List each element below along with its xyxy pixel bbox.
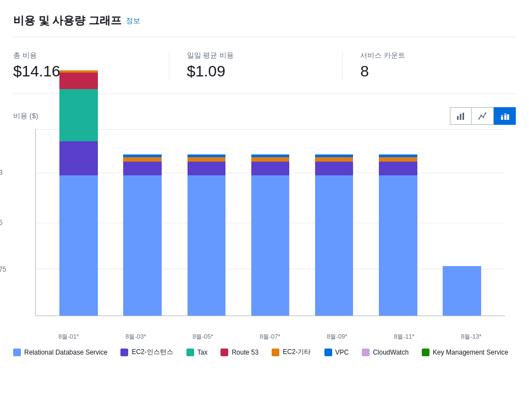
page-container: 비용 및 사용량 그래프 정보 총 비용 $14.16 일일 평균 비용 $1.… xyxy=(0,0,529,420)
bar-group xyxy=(302,154,366,316)
legend-label: EC2-기타 xyxy=(283,347,311,357)
chart-legend: Relational Database ServiceEC2-인스턴스TaxRo… xyxy=(13,347,516,357)
bar-segment xyxy=(251,162,290,175)
legend-label: EC2-인스턴스 xyxy=(131,347,173,357)
bar-stack[interactable] xyxy=(59,70,98,316)
legend-label: Tax xyxy=(197,349,208,356)
bar-stack[interactable] xyxy=(443,266,481,316)
svg-rect-11 xyxy=(507,114,509,120)
bar-segment xyxy=(59,141,98,175)
bar-stack[interactable] xyxy=(188,154,226,316)
legend-swatch xyxy=(186,349,194,356)
svg-rect-1 xyxy=(460,114,461,120)
bar-segment xyxy=(251,175,290,316)
x-axis-label: 8월-05* xyxy=(169,329,236,341)
svg-rect-0 xyxy=(457,116,459,120)
legend-label: CloudWatch xyxy=(373,349,409,356)
daily-avg-label: 일일 평균 비용 xyxy=(187,51,325,60)
chart-inner xyxy=(35,129,505,316)
service-count-label: 서비스 카운트 xyxy=(360,51,498,60)
bar-segment xyxy=(379,175,417,316)
legend-swatch xyxy=(422,349,429,356)
bar-group xyxy=(430,266,494,316)
line-chart-icon xyxy=(478,112,487,120)
bar-stack[interactable] xyxy=(315,154,354,316)
bar-segment xyxy=(315,157,354,162)
bar-segment xyxy=(59,73,98,89)
bar-stack[interactable] xyxy=(123,154,162,316)
legend-swatch xyxy=(362,349,370,356)
x-axis-label: 8월-11* xyxy=(371,329,438,341)
y-tick-0-75: 0.75 xyxy=(0,266,6,273)
legend-item: EC2-기타 xyxy=(272,347,311,357)
y-axis: 3 2.3 1.5 0.75 0 xyxy=(13,129,33,316)
svg-point-6 xyxy=(484,113,486,114)
legend-swatch xyxy=(13,349,21,356)
stacked-bar-icon xyxy=(500,112,509,120)
bars-container xyxy=(36,129,505,316)
bar-segment xyxy=(123,157,162,162)
legend-item: Relational Database Service xyxy=(13,347,107,357)
page-title: 비용 및 사용량 그래프 xyxy=(13,13,122,28)
legend-item: Key Management Service xyxy=(422,347,508,357)
bar-group xyxy=(366,154,430,316)
chart-btn-stacked[interactable] xyxy=(494,107,516,125)
svg-point-4 xyxy=(480,115,482,117)
bar-segment xyxy=(188,175,226,316)
svg-rect-9 xyxy=(504,115,506,120)
legend-swatch xyxy=(272,349,279,356)
bar-group xyxy=(47,70,111,316)
svg-rect-8 xyxy=(501,115,503,117)
daily-avg-card: 일일 평균 비용 $1.09 xyxy=(169,51,343,80)
chart-wrapper: 3 2.3 1.5 0.75 0 8월-01*8월-03*8월-05*8월-07… xyxy=(35,129,505,341)
page-title-row: 비용 및 사용량 그래프 정보 xyxy=(13,13,516,37)
svg-rect-10 xyxy=(504,113,506,115)
bar-chart-icon xyxy=(456,112,465,120)
bar-group xyxy=(111,154,174,316)
legend-item: VPC xyxy=(324,347,349,357)
daily-avg-value: $1.09 xyxy=(187,63,325,80)
bar-segment xyxy=(379,162,417,175)
bar-segment xyxy=(379,157,417,162)
service-count-value: 8 xyxy=(360,63,498,80)
chart-btn-bar[interactable] xyxy=(450,107,472,125)
bar-segment xyxy=(123,175,162,316)
bar-segment xyxy=(251,157,290,162)
legend-swatch xyxy=(324,349,332,356)
svg-rect-2 xyxy=(462,113,464,120)
bar-group xyxy=(174,154,238,316)
x-axis-label: 8월-13* xyxy=(438,329,505,341)
bar-segment xyxy=(315,162,354,175)
chart-section: 비용 ($) xyxy=(13,107,516,357)
service-count-card: 서비스 카운트 8 xyxy=(342,51,516,80)
bar-stack[interactable] xyxy=(379,154,417,316)
legend-swatch xyxy=(120,349,128,356)
legend-item: EC2-인스턴스 xyxy=(120,347,173,357)
bar-segment xyxy=(59,89,98,141)
x-axis-label: 8월-07* xyxy=(236,329,304,341)
legend-label: VPC xyxy=(335,349,349,356)
bar-segment xyxy=(188,162,226,175)
svg-point-5 xyxy=(482,117,484,118)
legend-item: Route 53 xyxy=(221,347,258,357)
total-cost-label: 총 비용 xyxy=(13,51,151,60)
x-axis-label: 8월-03* xyxy=(102,329,169,341)
bar-group xyxy=(238,154,302,316)
legend-item: Tax xyxy=(186,347,208,357)
info-link[interactable]: 정보 xyxy=(126,16,140,26)
legend-label: Relational Database Service xyxy=(24,349,107,356)
chart-btn-line[interactable] xyxy=(472,107,494,125)
bar-segment xyxy=(315,175,354,316)
bar-segment xyxy=(188,157,226,162)
bar-segment xyxy=(443,266,481,316)
legend-label: Key Management Service xyxy=(433,349,508,356)
bar-segment xyxy=(59,175,98,316)
x-axis-label: 8월-01* xyxy=(35,329,102,341)
chart-controls xyxy=(450,107,516,125)
bar-segment xyxy=(123,162,162,175)
svg-rect-7 xyxy=(501,117,503,120)
x-labels-row: 8월-01*8월-03*8월-05*8월-07*8월-09*8월-11*8월-1… xyxy=(35,329,505,341)
bar-stack[interactable] xyxy=(251,154,290,316)
legend-item: CloudWatch xyxy=(362,347,409,357)
legend-label: Route 53 xyxy=(232,349,258,356)
